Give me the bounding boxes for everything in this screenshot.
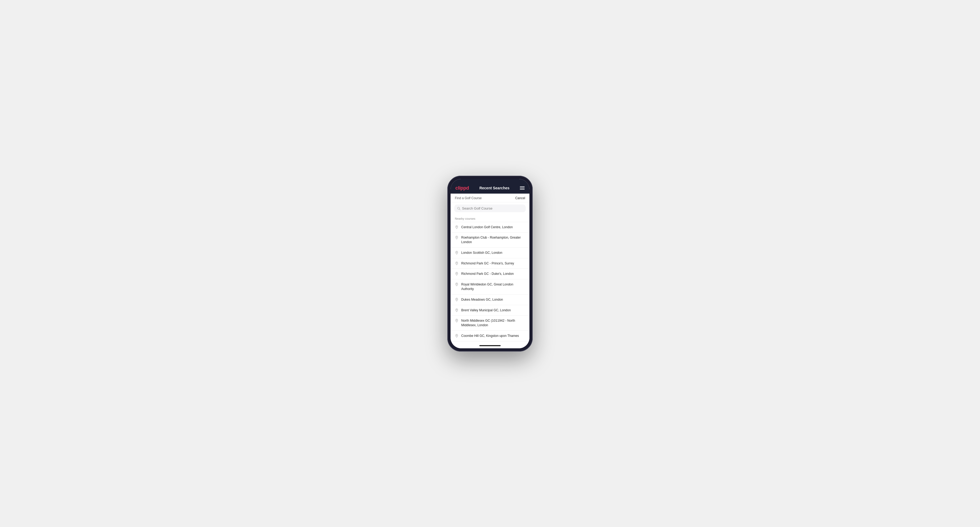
svg-point-2 [457,226,457,227]
location-pin-icon [455,251,458,255]
svg-point-9 [457,309,457,310]
svg-point-4 [457,252,457,253]
menu-line-3 [520,189,525,190]
course-name: London Scottish GC, London [461,251,502,255]
phone-screen: clippd Recent Searches Find a Golf Cours… [450,179,530,348]
content-area: Find a Golf Course Cancel Nearby courses [450,194,530,348]
svg-point-3 [457,237,457,238]
menu-icon[interactable] [520,186,525,190]
search-icon [457,206,460,210]
find-bar: Find a Golf Course Cancel [450,194,530,202]
list-item[interactable]: Richmond Park GC - Duke's, London [450,269,530,279]
find-label: Find a Golf Course [455,196,482,200]
search-container [450,202,530,215]
list-item[interactable]: Coombe Hill GC, Kingston upon Thames [450,331,530,341]
list-item[interactable]: North Middlesex GC (1011942 - North Midd… [450,316,530,331]
app-logo: clippd [455,185,469,191]
location-pin-icon [455,272,458,276]
svg-line-1 [459,209,460,210]
svg-point-6 [457,273,457,274]
menu-line-1 [520,186,525,187]
location-pin-icon [455,225,458,229]
list-item[interactable]: Royal Wimbledon GC, Great London Authori… [450,279,530,295]
navigation-bar: clippd Recent Searches [450,183,530,194]
list-item[interactable]: London Scottish GC, London [450,248,530,258]
course-name: North Middlesex GC (1011942 - North Midd… [461,319,525,327]
course-name: Richmond Park GC - Duke's, London [461,271,514,276]
phone-device: clippd Recent Searches Find a Golf Cours… [447,176,533,351]
list-item[interactable]: Dukes Meadows GC, London [450,295,530,305]
list-item[interactable]: Brent Valley Municipal GC, London [450,305,530,316]
list-item[interactable]: Roehampton Club - Roehampton, Greater Lo… [450,232,530,248]
home-bar [479,345,501,346]
nearby-section: Nearby courses Central London Golf Centr… [450,215,530,343]
svg-point-11 [457,335,457,336]
location-pin-icon [455,283,458,286]
menu-line-2 [520,188,525,188]
course-name: Roehampton Club - Roehampton, Greater Lo… [461,235,525,244]
course-name: Royal Wimbledon GC, Great London Authori… [461,282,525,291]
course-name: Dukes Meadows GC, London [461,297,503,302]
nearby-header: Nearby courses [450,215,530,222]
location-pin-icon [455,298,458,302]
cancel-button[interactable]: Cancel [515,196,525,200]
location-pin-icon [455,308,458,312]
home-indicator [450,343,530,348]
course-name: Brent Valley Municipal GC, London [461,308,511,313]
location-pin-icon [455,262,458,265]
course-name: Richmond Park GC - Prince's, Surrey [461,261,514,266]
location-pin-icon [455,236,458,240]
svg-point-5 [457,262,457,263]
svg-point-7 [457,284,457,284]
search-bar[interactable] [454,205,526,212]
course-name: Coombe Hill GC, Kingston upon Thames [461,334,519,338]
status-bar [450,179,530,183]
course-name: Central London Golf Centre, London [461,225,513,230]
list-item[interactable]: Richmond Park GC - Prince's, Surrey [450,258,530,269]
svg-point-8 [457,299,457,300]
location-pin-icon [455,334,458,338]
page-title: Recent Searches [479,186,509,190]
search-input[interactable] [462,206,523,210]
svg-point-10 [457,320,457,321]
location-pin-icon [455,319,458,322]
list-item[interactable]: Central London Golf Centre, London [450,222,530,233]
course-list: Central London Golf Centre, London Roeha… [450,222,530,341]
